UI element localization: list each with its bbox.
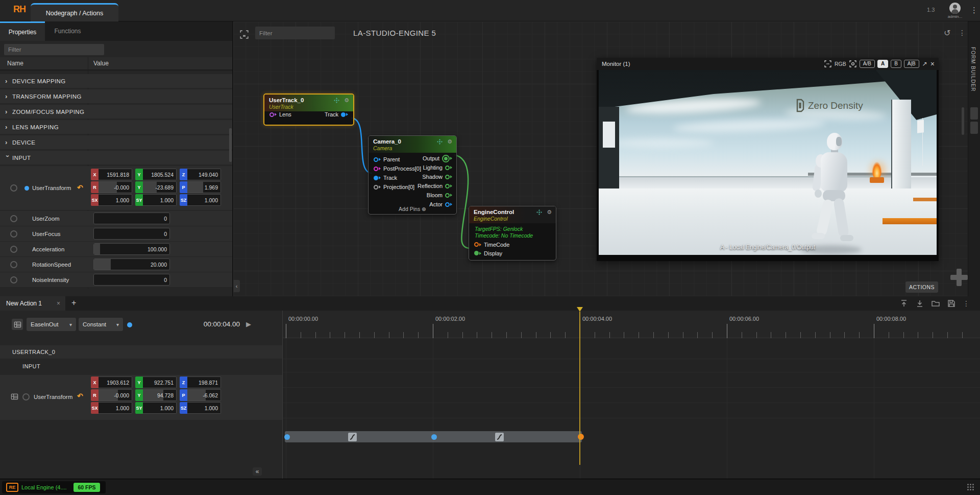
tab-new-action-1[interactable]: New Action 1 × [0, 296, 65, 311]
value-field[interactable]: -6.062 [187, 389, 221, 401]
properties-filter-input[interactable] [4, 44, 104, 55]
download-icon[interactable] [915, 299, 924, 308]
keyframe-0s[interactable] [284, 434, 290, 440]
pin-dot[interactable] [442, 155, 452, 162]
node-camera[interactable]: Camera_0 Camera ⚙ ParentPostProcess[0]Tr… [368, 135, 457, 215]
focus-icon[interactable] [849, 60, 856, 67]
section-input[interactable]: ›INPUT [0, 151, 232, 164]
pin-dot[interactable] [374, 167, 381, 171]
pin-dot[interactable] [341, 112, 348, 117]
easing-curve-icon[interactable] [348, 433, 357, 441]
kebab-menu-icon[interactable]: ⋮ [970, 6, 978, 15]
pin-reflection[interactable]: Reflection [415, 181, 452, 191]
kebab-menu-icon[interactable]: ⋮ [963, 299, 970, 308]
value-field[interactable]: 1.000 [187, 194, 221, 206]
radio-button[interactable] [10, 276, 17, 284]
actions-button[interactable]: ACTIONS [905, 281, 938, 293]
pin-timecode[interactable]: TimeCode [474, 240, 512, 249]
folder-icon[interactable] [931, 299, 940, 308]
easing-curve-icon[interactable] [495, 433, 504, 441]
section-zoom-focus-mapping[interactable]: ›ZOOM/FOCUS MAPPING [0, 105, 232, 119]
gear-icon[interactable]: ⚙ [447, 138, 452, 145]
fit-view-icon[interactable] [240, 30, 249, 39]
section-device-mapping[interactable]: ›DEVICE MAPPING [0, 74, 232, 88]
collapse-tracklist-button[interactable]: « [253, 467, 262, 476]
value-field[interactable]: 149.040 [187, 169, 221, 180]
pin-dot[interactable] [374, 176, 381, 180]
save-icon[interactable] [947, 299, 956, 308]
close-icon[interactable]: × [930, 60, 935, 68]
pin-lighting[interactable]: Lighting [415, 163, 452, 172]
value-field[interactable]: 1903.612 [99, 376, 132, 388]
undo-icon[interactable]: ↶ [77, 183, 83, 192]
extrapolation-dropdown[interactable]: Constant ▾ [79, 318, 123, 331]
user-avatar[interactable] [949, 3, 961, 14]
node-header[interactable]: Camera_0 Camera ⚙ [369, 136, 456, 153]
close-tab-icon[interactable]: × [57, 300, 60, 307]
pin-lens[interactable]: Lens [270, 110, 294, 119]
history-icon[interactable]: ↺ [944, 28, 950, 38]
node-header[interactable]: EngineControl EngineControl ⚙ [469, 206, 556, 223]
popout-icon[interactable]: ↗ [922, 60, 927, 67]
radio-button[interactable] [10, 184, 17, 192]
node-header[interactable]: UserTrack_0 UserTrack ⚙ [264, 95, 353, 111]
value-field[interactable]: 20.000 [93, 258, 170, 270]
pin-dot[interactable] [270, 112, 277, 117]
value-field[interactable]: 94.728 [143, 389, 177, 401]
keyframe-2s[interactable] [431, 434, 437, 440]
radio-button[interactable] [10, 230, 17, 238]
group-usertrack0[interactable]: USERTRACK_0 [0, 345, 282, 359]
move-icon[interactable] [437, 139, 443, 145]
value-field[interactable]: 922.751 [143, 376, 177, 388]
pin-dot[interactable] [445, 166, 452, 170]
value-field[interactable]: -23.689 [143, 181, 177, 193]
record-indicator-dot[interactable] [127, 322, 132, 327]
dock-stub[interactable] [970, 107, 978, 120]
nodegraph-filter-input[interactable] [255, 27, 335, 39]
pin-dot[interactable] [445, 184, 452, 188]
undo-icon[interactable]: ↶ [77, 392, 83, 400]
interpolation-dropdown[interactable]: EaseInOut ▾ [27, 318, 76, 331]
dpad-icon[interactable] [950, 269, 968, 286]
gear-icon[interactable]: ⚙ [344, 97, 349, 103]
dock-stub[interactable] [970, 122, 978, 134]
monitor-btn-b[interactable]: B [891, 60, 901, 68]
monitor-btn-a-b[interactable]: A/B [860, 60, 875, 68]
tracklist-divider[interactable] [282, 311, 283, 479]
value-field[interactable]: 0 [93, 274, 170, 286]
tab-functions[interactable]: Functions [45, 21, 90, 41]
gear-icon[interactable]: ⚙ [547, 209, 552, 215]
value-field[interactable]: 1.000 [143, 402, 177, 414]
pin-track[interactable]: Track [322, 110, 348, 119]
node-enginecontrol[interactable]: EngineControl EngineControl ⚙ TargetFPS:… [469, 206, 556, 261]
scrollbar-thumb[interactable] [229, 128, 232, 162]
add-action-button[interactable]: + [71, 298, 76, 308]
pin-dot[interactable] [374, 185, 381, 190]
nodegraph-canvas[interactable]: LA-STUDIO-ENGINE 5 ↺ ⋮ ‹ UserTrack_0 Use… [233, 21, 980, 296]
form-builder-tab[interactable]: FORM BUILDER [970, 47, 976, 92]
pin-output[interactable]: Output [415, 154, 452, 163]
monitor-btn-a-b[interactable]: A|B [904, 60, 919, 68]
pin-bloom[interactable]: Bloom [415, 191, 452, 200]
value-field[interactable]: 0 [93, 213, 170, 224]
value-field[interactable]: 1.000 [99, 194, 132, 206]
value-field[interactable]: 1.000 [187, 402, 221, 414]
fit-screen-icon[interactable] [824, 60, 831, 67]
play-button[interactable]: ▶ [246, 320, 251, 328]
radio-button[interactable] [10, 246, 17, 253]
pin-shadow[interactable]: Shadow [415, 172, 452, 181]
tab-nodegraph-actions[interactable]: Nodegraph / Actions [31, 3, 118, 21]
value-field[interactable]: 1.000 [143, 194, 177, 206]
section-transform-mapping[interactable]: ›TRANSFORM MAPPING [0, 89, 232, 103]
pin-display[interactable]: Display [474, 249, 512, 257]
pin-dot[interactable] [474, 251, 481, 255]
scrollbar-thumb[interactable] [962, 107, 964, 135]
value-field[interactable]: 1.969 [187, 181, 221, 193]
value-field[interactable]: 1805.524 [143, 169, 177, 180]
track-usertransform[interactable]: UserTransform ↶ X1903.612Y922.751Z198.87… [0, 375, 282, 420]
playhead-handle[interactable] [577, 307, 583, 312]
pin-dot[interactable] [474, 242, 481, 247]
keyframe-4s[interactable] [578, 434, 584, 440]
section-device[interactable]: ›DEVICE [0, 135, 232, 149]
move-icon[interactable] [334, 98, 339, 103]
